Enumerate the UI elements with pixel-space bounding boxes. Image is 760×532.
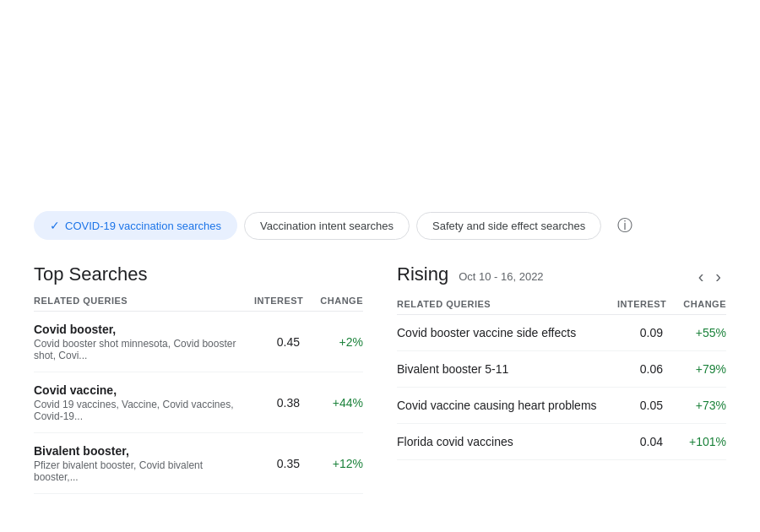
rising-section-header: Rising Oct 10 - 16, 2022 ‹ › — [397, 263, 726, 289]
tab-vaccination-intent[interactable]: Vaccination intent searches — [244, 212, 410, 240]
interest-value: 0.04 — [625, 435, 663, 448]
tabs-row: ✓ COVID-19 vaccination searches Vaccinat… — [34, 211, 726, 240]
change-value: +55% — [680, 326, 726, 339]
prev-button[interactable]: ‹ — [693, 265, 709, 288]
date-range: Oct 10 - 16, 2022 — [459, 270, 543, 283]
check-icon: ✓ — [50, 219, 60, 232]
table-row: Covid booster vaccine side effects 0.09 … — [397, 315, 726, 351]
rising-headers: RELATED QUERIES INTEREST CHANGE — [397, 292, 726, 315]
query-cell: Covid booster, Covid booster shot minnes… — [34, 322, 258, 361]
table-row: Florida covid vaccines 0.04 +101% — [397, 424, 726, 460]
tab2-label: Vaccination intent searches — [260, 220, 394, 232]
nav-buttons: ‹ › — [693, 265, 726, 288]
right-query-header: RELATED QUERIES — [397, 299, 491, 309]
query-main: Covid vaccine, — [34, 383, 117, 397]
table-row: Bivalent booster 5-11 0.06 +79% — [397, 351, 726, 388]
prev-icon: ‹ — [698, 267, 704, 285]
query-sub: Covid booster shot minnesota, Covid boos… — [34, 338, 247, 361]
interest-value: 0.05 — [625, 399, 663, 412]
table-row: Covid vaccine, Covid 19 vaccines, Vaccin… — [34, 372, 363, 433]
change-value: +73% — [680, 399, 726, 412]
query-cell: Florida covid vaccines — [397, 434, 625, 449]
interest-value: 0.38 — [258, 396, 300, 410]
top-searches-headers: RELATED QUERIES INTEREST CHANGE — [34, 289, 363, 312]
info-button[interactable]: ⓘ — [611, 212, 638, 239]
table-row: Covid booster, Covid booster shot minnes… — [34, 312, 363, 372]
query-main: Florida covid vaccines — [397, 435, 513, 448]
query-main: Covid vaccine causing heart problems — [397, 399, 597, 412]
query-cell: Bivalent booster 5-11 — [397, 361, 625, 377]
rising-column: Rising Oct 10 - 16, 2022 ‹ › RELATED QUE… — [397, 263, 726, 494]
left-query-header: RELATED QUERIES — [34, 296, 128, 306]
main-container: ✓ COVID-19 vaccination searches Vaccinat… — [0, 0, 760, 519]
interest-value: 0.06 — [625, 362, 663, 376]
query-main: Bivalent booster 5-11 — [397, 362, 508, 376]
interest-value: 0.09 — [625, 326, 663, 339]
query-main: Bivalent booster, — [34, 444, 129, 458]
query-cell: Covid booster vaccine side effects — [397, 325, 625, 340]
change-value: +101% — [680, 435, 726, 448]
right-change-header: CHANGE — [683, 299, 726, 309]
info-icon: ⓘ — [617, 215, 632, 236]
table-row: Covid vaccine causing heart problems 0.0… — [397, 388, 726, 424]
left-change-header: CHANGE — [320, 296, 363, 306]
interest-value: 0.45 — [258, 335, 300, 349]
change-value: +44% — [317, 396, 363, 410]
query-cell: Bivalent booster, Pfizer bivalent booste… — [34, 443, 258, 483]
query-main: Covid booster, — [34, 323, 116, 336]
query-sub: Pfizer bivalent booster, Covid bivalent … — [34, 459, 247, 483]
query-main: Covid booster vaccine side effects — [397, 326, 576, 339]
top-searches-column: Top Searches RELATED QUERIES INTEREST CH… — [34, 263, 363, 494]
query-cell: Covid vaccine, Covid 19 vaccines, Vaccin… — [34, 383, 258, 422]
rising-title: Rising — [397, 263, 448, 285]
tab1-label: COVID-19 vaccination searches — [65, 220, 221, 232]
top-searches-title: Top Searches — [34, 263, 363, 285]
right-interest-header: INTEREST — [617, 299, 666, 309]
change-value: +2% — [317, 335, 363, 349]
query-sub: Covid 19 vaccines, Vaccine, Covid vaccin… — [34, 399, 247, 422]
tab-safety-side-effects[interactable]: Safety and side effect searches — [416, 212, 601, 240]
next-button[interactable]: › — [710, 265, 726, 288]
left-interest-header: INTEREST — [254, 296, 303, 306]
tab3-label: Safety and side effect searches — [432, 220, 585, 232]
change-value: +79% — [680, 362, 726, 376]
interest-value: 0.35 — [258, 457, 300, 470]
next-icon: › — [715, 267, 721, 285]
change-value: +12% — [317, 457, 363, 470]
query-cell: Covid vaccine causing heart problems — [397, 398, 625, 413]
rising-header-group: Rising Oct 10 - 16, 2022 — [397, 263, 544, 289]
table-row: Bivalent booster, Pfizer bivalent booste… — [34, 433, 363, 494]
content-columns: Top Searches RELATED QUERIES INTEREST CH… — [34, 263, 726, 494]
tab-covid-vaccination[interactable]: ✓ COVID-19 vaccination searches — [34, 211, 237, 240]
